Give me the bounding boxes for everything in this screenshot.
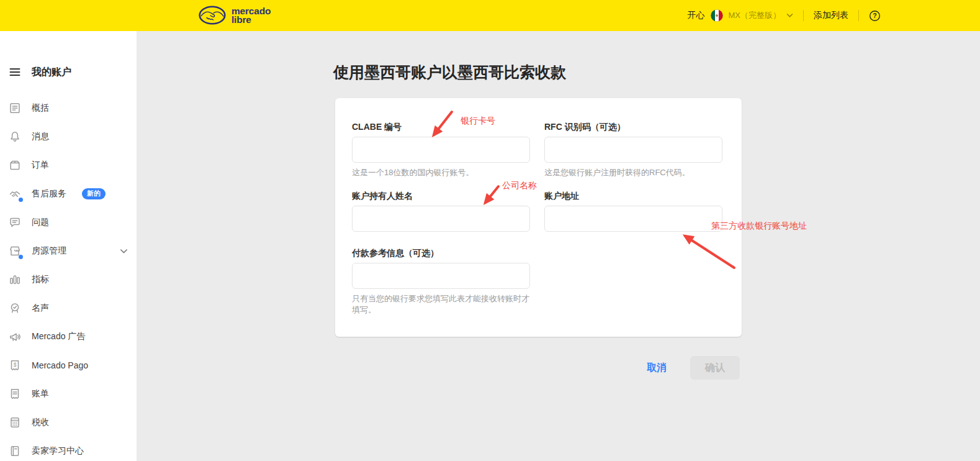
add-listing-link[interactable]: 添加列表 [814, 10, 848, 21]
mexico-flag-icon [711, 9, 723, 22]
account-address-label: 账户地址 [544, 191, 724, 202]
overview-icon [9, 102, 21, 114]
bell-icon [9, 130, 21, 143]
sidebar-item-taxes[interactable]: 税收 [0, 408, 137, 437]
after-sales-handshake-icon [9, 188, 21, 200]
clabe-helper: 这是一个18位数的国内银行账号。 [352, 167, 532, 178]
field-payment-reference: 付款参考信息（可选） 只有当您的银行要求您填写此表才能接收转账时才填写。 [352, 248, 532, 315]
field-rfc: RFC 识别码（可选） 这是您银行账户注册时获得的RFC代码。 [544, 122, 724, 178]
ads-megaphone-icon [9, 331, 21, 343]
sidebar-item-listings[interactable]: 房源管理 [0, 237, 137, 265]
clabe-input[interactable] [352, 137, 530, 163]
taxes-calculator-icon [9, 416, 21, 429]
learning-book-icon [9, 445, 21, 457]
divider [858, 10, 859, 21]
metrics-bars-icon [9, 273, 21, 286]
svg-text:$: $ [14, 362, 17, 368]
clabe-label: CLABE 编号 [352, 122, 532, 133]
sidebar-item-billing[interactable]: 账单 [0, 380, 137, 408]
annotation-company-name: 公司名称 [502, 180, 537, 191]
field-clabe: CLABE 编号 这是一个18位数的国内银行账号。 [352, 122, 532, 178]
cancel-button[interactable]: 取消 [634, 358, 679, 377]
field-holder-name: 账户持有人姓名 [352, 191, 532, 232]
sidebar: 我的账户 概括 消息 订单 售后服务 新的 [0, 31, 137, 461]
notification-dot [19, 198, 23, 202]
logo-wordmark: mercado libre [232, 7, 271, 24]
top-header: mercado libre 开心 MX（完整版） 添加列表 [0, 0, 980, 31]
mercadolibre-logo[interactable]: mercado libre [199, 6, 271, 25]
rfc-input[interactable] [544, 137, 722, 163]
annotation-card-number: 银行卡号 [461, 116, 495, 127]
rfc-label: RFC 识别码（可选） [544, 122, 724, 133]
notification-dot [19, 255, 23, 259]
sidebar-item-metrics[interactable]: 指标 [0, 265, 137, 294]
questions-bubble-icon [9, 216, 21, 229]
field-account-address: 账户地址 [544, 191, 724, 232]
account-address-input[interactable] [544, 206, 722, 232]
sidebar-item-mercado-pago[interactable]: $ Mercado Pago [0, 351, 137, 380]
header-nav: 开心 MX（完整版） 添加列表 ? [688, 0, 881, 31]
sidebar-item-learning-center[interactable]: 卖家学习中心 [0, 437, 137, 461]
page-title: 使用墨西哥账户以墨西哥比索收款 [333, 62, 566, 83]
sidebar-title: 我的账户 [32, 66, 71, 79]
user-greeting: 开心 [688, 10, 705, 21]
svg-text:?: ? [873, 12, 876, 19]
confirm-button[interactable]: 确认 [690, 356, 740, 380]
sidebar-item-after-sales[interactable]: 售后服务 新的 [0, 180, 137, 208]
payment-reference-label: 付款参考信息（可选） [352, 248, 532, 259]
billing-receipt-icon [9, 388, 21, 400]
sidebar-item-reputation[interactable]: 名声 [0, 294, 137, 322]
reputation-medal-icon [9, 302, 21, 314]
divider [803, 10, 804, 21]
sidebar-item-messages[interactable]: 消息 [0, 122, 137, 151]
rfc-helper: 这是您银行账户注册时获得的RFC代码。 [544, 167, 724, 178]
pago-receipt-icon: $ [9, 359, 21, 372]
holder-name-input[interactable] [352, 206, 530, 232]
chevron-down-icon[interactable] [120, 249, 128, 254]
chevron-down-icon[interactable] [786, 13, 793, 18]
sidebar-item-mercado-ads[interactable]: Mercado 广告 [0, 322, 137, 351]
sidebar-item-questions[interactable]: 问题 [0, 208, 137, 237]
form-card: CLABE 编号 这是一个18位数的国内银行账号。 RFC 识别码（可选） 这是… [335, 98, 742, 337]
orders-box-icon [9, 159, 21, 171]
payment-reference-input[interactable] [352, 263, 530, 289]
site-version-label[interactable]: MX（完整版） [729, 10, 781, 21]
annotation-third-party: 第三方收款银行账号地址 [711, 221, 807, 232]
handshake-logo-icon [199, 6, 226, 25]
sidebar-item-orders[interactable]: 订单 [0, 151, 137, 180]
holder-name-label: 账户持有人姓名 [352, 191, 532, 202]
payment-reference-helper: 只有当您的银行要求您填写此表才能接收转账时才填写。 [352, 293, 532, 315]
help-icon[interactable]: ? [869, 10, 881, 22]
new-badge: 新的 [82, 188, 106, 199]
menu-hamburger-icon[interactable] [9, 66, 21, 78]
listings-store-icon [9, 245, 21, 257]
sidebar-item-overview[interactable]: 概括 [0, 94, 137, 122]
